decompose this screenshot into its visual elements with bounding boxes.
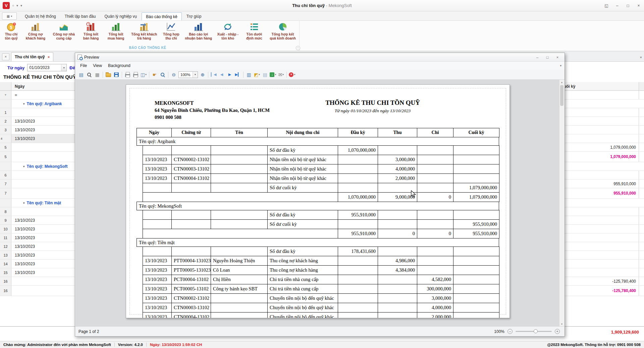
fill-background-button[interactable]: ◩▾ [253, 71, 261, 79]
from-date-input[interactable]: 01/10/2023 ▾ [27, 64, 67, 71]
bao-cao-loi-nhuan-ban-hang-icon [194, 22, 204, 32]
zoom-dropdown-icon[interactable]: ▾ [193, 72, 198, 78]
export-button[interactable]: ↓▾ [269, 71, 277, 79]
zoom-out-button[interactable]: – [507, 329, 513, 334]
next-page-button[interactable]: ▶ [226, 71, 234, 79]
tabstrip-close-icon[interactable]: × [2, 53, 9, 60]
ribbon: $Thu chi tồn quỹCông nợ khách hàngCông n… [0, 21, 644, 51]
quick-print-icon [133, 74, 138, 77]
report-detail-table: Số dư đầu kỳ1,070,000,00013/10/2023CTN00… [143, 145, 499, 193]
thumbnails-button[interactable]: ▦ [93, 71, 101, 79]
open-button[interactable] [104, 71, 112, 79]
report-title-block: THỐNG KÊ THU CHI TỒN QUỸ Từ ngày 01/10/2… [270, 99, 475, 114]
preview-scrollbar[interactable]: ▲ ▼ [559, 80, 564, 326]
zoom-in-button[interactable]: ⊕ [199, 71, 207, 79]
cong-no-nha-cung-cap-button[interactable]: Công nợ nhà cung cấp [49, 21, 79, 41]
zoom-combo[interactable]: 100%▾ [178, 71, 198, 78]
menu-view[interactable]: View [90, 62, 105, 69]
zoom-in-button[interactable]: + [555, 329, 560, 334]
qat-customize-icon[interactable]: ▾ [20, 4, 22, 7]
scrollbar-thumb[interactable] [560, 85, 564, 106]
prev-page-button[interactable]: ◀ [218, 71, 226, 79]
hand-tool-button[interactable]: ☛ [151, 71, 159, 79]
tong-ket-mua-hang-button[interactable]: Tổng kết mua hàng [103, 21, 129, 41]
print-button[interactable] [123, 71, 131, 79]
menu-background[interactable]: Background [105, 62, 133, 69]
ribbon-tab[interactable]: Trợ giúp [182, 12, 206, 20]
quick-print-button[interactable] [131, 71, 140, 79]
tong-ket-ban-hang-button[interactable]: Tổng kết bán hàng [78, 21, 103, 41]
close-preview-button[interactable]: ×▾ [288, 71, 296, 79]
bao-cao-loi-nhuan-ban-hang-button[interactable]: Báo cáo lợi nhuận bán hàng [183, 21, 214, 41]
tab-thu-chi-ton-quy[interactable]: Thu chi tồn quỹ × [11, 52, 53, 61]
cong-no-khach-hang-button[interactable]: Công nợ khách hàng [22, 21, 49, 41]
zoom-out-button[interactable]: ⊖ [170, 71, 178, 79]
group-expand-icon[interactable]: ▾ [23, 165, 25, 168]
dropdown-icon[interactable]: ▾ [282, 73, 284, 76]
zoom-slider-knob[interactable] [534, 329, 538, 333]
ribbon-tab[interactable]: Thiết lập ban đầu [61, 12, 100, 20]
tong-hop-thu-chi-button[interactable]: Tổng hợp thu chi [160, 21, 183, 41]
dropdown-icon[interactable]: ▾ [275, 73, 276, 76]
last-page-button[interactable]: ▶▎ [234, 71, 242, 79]
fullscreen-icon[interactable]: ◱ [601, 1, 612, 10]
close-icon[interactable]: × [633, 1, 644, 10]
multi-page-button[interactable]: ▥ [245, 71, 253, 79]
thu-chi-ton-quy-button[interactable]: $Thu chi tồn quỹ [1, 21, 22, 41]
toolbar-separator [103, 72, 103, 78]
preview-maximize-icon[interactable]: □ [543, 54, 552, 61]
dropdown-icon[interactable]: ▾ [259, 73, 260, 76]
calendar-dropdown-icon[interactable]: ▾ [61, 64, 66, 71]
tong-ket-ban-hang-icon [86, 22, 96, 32]
preview-close-icon[interactable]: × [553, 54, 562, 61]
preview-menu-caret-icon[interactable]: ▾ [560, 64, 565, 67]
tong-ket-khach-tra-hang-button[interactable]: Tổng kết khách trả hàng [128, 21, 160, 41]
maximize-icon[interactable]: □ [623, 1, 633, 10]
app-menu-button[interactable]: ▦ ▾ [2, 12, 17, 20]
xuat-nhap-ton-kho-button[interactable]: Xuất - nhập - tồn kho [214, 21, 241, 41]
page-setup-button[interactable]: ◫▾ [140, 71, 148, 79]
cong-no-nha-cung-cap-icon [59, 22, 69, 32]
from-date-value: 01/10/2023 [28, 65, 61, 70]
tab-close-icon[interactable]: × [48, 55, 50, 59]
tabstrip-right-close-icon[interactable]: × [640, 55, 642, 59]
ton-duoi-dinh-muc-button[interactable]: Tồn dưới định mức [241, 21, 267, 41]
magnifier-button[interactable] [159, 71, 167, 79]
first-page-button[interactable]: ▎◀ [210, 71, 218, 79]
watermark-button[interactable]: ▤ [261, 71, 269, 79]
dropdown-icon[interactable]: ▾ [294, 73, 295, 76]
ribbon-tab[interactable]: Quản trị hệ thống [21, 12, 60, 20]
preview-menubar: FileViewBackground ▾ [75, 62, 565, 70]
document-map-button[interactable]: ▤ [77, 71, 85, 79]
search-button[interactable] [85, 71, 93, 79]
save-button[interactable] [112, 71, 120, 79]
dropdown-icon[interactable]: ▾ [145, 73, 147, 76]
ribbon-collapse-icon[interactable]: ^ [296, 46, 300, 50]
zoom-percent-label: 100% [494, 329, 504, 334]
preview-minimize-icon[interactable]: – [533, 54, 542, 61]
ribbon-tab[interactable]: Quản lý nghiệp vụ [100, 12, 141, 20]
tab-label: Thu chi tồn quỹ [15, 55, 45, 59]
quick-access-circle-icon[interactable]: ○ [12, 4, 14, 7]
filter-icon: ▼ [4, 93, 7, 96]
quick-access-dropdown-icon[interactable]: ▾ [16, 4, 18, 7]
multi-page-icon: ▥ [247, 72, 251, 77]
filter-cell-cuoi-ky[interactable]: = [557, 91, 639, 99]
tong-hop-ket-qua-kinh-doanh-button[interactable]: Tổng hợp kết quả kinh doanh [267, 21, 299, 41]
welcome-text: Chào mừng: Administrator đến với phần mề… [3, 343, 111, 347]
scroll-up-icon[interactable]: ▲ [559, 80, 564, 84]
preview-titlebar[interactable]: Preview – □ × [75, 53, 565, 62]
scroll-down-icon[interactable]: ▼ [559, 322, 564, 326]
email-button[interactable]: ✉▾ [277, 71, 285, 79]
group-expand-icon[interactable]: ▾ [23, 201, 25, 205]
minimize-icon[interactable]: – [612, 1, 623, 10]
app-grid-icon: ▦ [7, 14, 10, 18]
ribbon-tab[interactable]: Báo cáo thống kê [142, 12, 181, 20]
group-expand-icon[interactable]: ▾ [23, 102, 25, 106]
menu-file[interactable]: File [77, 62, 90, 69]
column-header-cuoi-ky[interactable]: Cuối kỳ [557, 82, 639, 90]
report-header-row: NgàyChứng từTênNội dung thu chiĐầu kỳThu… [137, 128, 499, 137]
prev-page-icon: ◀ [220, 73, 223, 76]
report-row: Số dư cuối kỳ955,910,000 [143, 220, 499, 229]
zoom-slider[interactable] [516, 331, 552, 332]
